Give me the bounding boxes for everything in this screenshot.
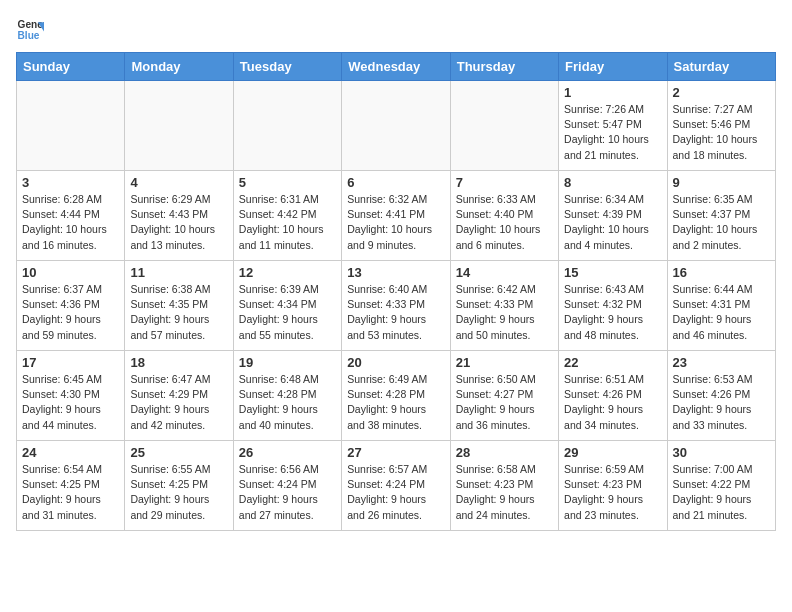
calendar-cell: 4Sunrise: 6:29 AM Sunset: 4:43 PM Daylig…: [125, 171, 233, 261]
svg-text:Blue: Blue: [18, 30, 40, 41]
day-number: 6: [347, 175, 444, 190]
calendar-cell: 20Sunrise: 6:49 AM Sunset: 4:28 PM Dayli…: [342, 351, 450, 441]
calendar-cell: 12Sunrise: 6:39 AM Sunset: 4:34 PM Dayli…: [233, 261, 341, 351]
week-row-2: 3Sunrise: 6:28 AM Sunset: 4:44 PM Daylig…: [17, 171, 776, 261]
calendar-cell: [125, 81, 233, 171]
day-info: Sunrise: 6:43 AM Sunset: 4:32 PM Dayligh…: [564, 282, 661, 343]
day-number: 9: [673, 175, 770, 190]
calendar-cell: 14Sunrise: 6:42 AM Sunset: 4:33 PM Dayli…: [450, 261, 558, 351]
calendar-cell: 27Sunrise: 6:57 AM Sunset: 4:24 PM Dayli…: [342, 441, 450, 531]
page-header: General Blue: [16, 16, 776, 44]
calendar-cell: 8Sunrise: 6:34 AM Sunset: 4:39 PM Daylig…: [559, 171, 667, 261]
day-info: Sunrise: 6:51 AM Sunset: 4:26 PM Dayligh…: [564, 372, 661, 433]
day-info: Sunrise: 6:29 AM Sunset: 4:43 PM Dayligh…: [130, 192, 227, 253]
day-number: 2: [673, 85, 770, 100]
weekday-header-tuesday: Tuesday: [233, 53, 341, 81]
day-info: Sunrise: 6:38 AM Sunset: 4:35 PM Dayligh…: [130, 282, 227, 343]
calendar-cell: 25Sunrise: 6:55 AM Sunset: 4:25 PM Dayli…: [125, 441, 233, 531]
day-info: Sunrise: 6:47 AM Sunset: 4:29 PM Dayligh…: [130, 372, 227, 433]
day-info: Sunrise: 6:49 AM Sunset: 4:28 PM Dayligh…: [347, 372, 444, 433]
day-number: 10: [22, 265, 119, 280]
day-info: Sunrise: 6:59 AM Sunset: 4:23 PM Dayligh…: [564, 462, 661, 523]
day-info: Sunrise: 6:53 AM Sunset: 4:26 PM Dayligh…: [673, 372, 770, 433]
weekday-header-thursday: Thursday: [450, 53, 558, 81]
week-row-1: 1Sunrise: 7:26 AM Sunset: 5:47 PM Daylig…: [17, 81, 776, 171]
day-info: Sunrise: 6:50 AM Sunset: 4:27 PM Dayligh…: [456, 372, 553, 433]
day-info: Sunrise: 7:00 AM Sunset: 4:22 PM Dayligh…: [673, 462, 770, 523]
calendar-cell: [450, 81, 558, 171]
calendar-cell: 17Sunrise: 6:45 AM Sunset: 4:30 PM Dayli…: [17, 351, 125, 441]
weekday-header-friday: Friday: [559, 53, 667, 81]
day-number: 29: [564, 445, 661, 460]
day-info: Sunrise: 6:54 AM Sunset: 4:25 PM Dayligh…: [22, 462, 119, 523]
calendar-table: SundayMondayTuesdayWednesdayThursdayFrid…: [16, 52, 776, 531]
day-number: 18: [130, 355, 227, 370]
day-number: 30: [673, 445, 770, 460]
calendar-cell: 15Sunrise: 6:43 AM Sunset: 4:32 PM Dayli…: [559, 261, 667, 351]
day-number: 20: [347, 355, 444, 370]
calendar-cell: 24Sunrise: 6:54 AM Sunset: 4:25 PM Dayli…: [17, 441, 125, 531]
day-number: 28: [456, 445, 553, 460]
day-number: 3: [22, 175, 119, 190]
day-info: Sunrise: 6:55 AM Sunset: 4:25 PM Dayligh…: [130, 462, 227, 523]
logo-icon: General Blue: [16, 16, 44, 44]
day-number: 7: [456, 175, 553, 190]
calendar-cell: 13Sunrise: 6:40 AM Sunset: 4:33 PM Dayli…: [342, 261, 450, 351]
day-number: 26: [239, 445, 336, 460]
calendar-cell: 28Sunrise: 6:58 AM Sunset: 4:23 PM Dayli…: [450, 441, 558, 531]
day-number: 19: [239, 355, 336, 370]
week-row-5: 24Sunrise: 6:54 AM Sunset: 4:25 PM Dayli…: [17, 441, 776, 531]
day-info: Sunrise: 7:26 AM Sunset: 5:47 PM Dayligh…: [564, 102, 661, 163]
day-number: 4: [130, 175, 227, 190]
day-number: 16: [673, 265, 770, 280]
calendar-cell: 7Sunrise: 6:33 AM Sunset: 4:40 PM Daylig…: [450, 171, 558, 261]
day-number: 1: [564, 85, 661, 100]
day-number: 22: [564, 355, 661, 370]
weekday-header-row: SundayMondayTuesdayWednesdayThursdayFrid…: [17, 53, 776, 81]
day-info: Sunrise: 6:32 AM Sunset: 4:41 PM Dayligh…: [347, 192, 444, 253]
calendar-cell: [233, 81, 341, 171]
weekday-header-monday: Monday: [125, 53, 233, 81]
day-info: Sunrise: 6:33 AM Sunset: 4:40 PM Dayligh…: [456, 192, 553, 253]
calendar-cell: 6Sunrise: 6:32 AM Sunset: 4:41 PM Daylig…: [342, 171, 450, 261]
day-number: 12: [239, 265, 336, 280]
day-info: Sunrise: 6:44 AM Sunset: 4:31 PM Dayligh…: [673, 282, 770, 343]
calendar-cell: 26Sunrise: 6:56 AM Sunset: 4:24 PM Dayli…: [233, 441, 341, 531]
day-number: 21: [456, 355, 553, 370]
calendar-body: 1Sunrise: 7:26 AM Sunset: 5:47 PM Daylig…: [17, 81, 776, 531]
day-info: Sunrise: 7:27 AM Sunset: 5:46 PM Dayligh…: [673, 102, 770, 163]
calendar-cell: 18Sunrise: 6:47 AM Sunset: 4:29 PM Dayli…: [125, 351, 233, 441]
calendar-cell: 10Sunrise: 6:37 AM Sunset: 4:36 PM Dayli…: [17, 261, 125, 351]
day-number: 13: [347, 265, 444, 280]
calendar-cell: 11Sunrise: 6:38 AM Sunset: 4:35 PM Dayli…: [125, 261, 233, 351]
calendar-cell: 1Sunrise: 7:26 AM Sunset: 5:47 PM Daylig…: [559, 81, 667, 171]
day-info: Sunrise: 6:40 AM Sunset: 4:33 PM Dayligh…: [347, 282, 444, 343]
week-row-3: 10Sunrise: 6:37 AM Sunset: 4:36 PM Dayli…: [17, 261, 776, 351]
day-info: Sunrise: 6:39 AM Sunset: 4:34 PM Dayligh…: [239, 282, 336, 343]
day-number: 17: [22, 355, 119, 370]
day-number: 24: [22, 445, 119, 460]
calendar-cell: 29Sunrise: 6:59 AM Sunset: 4:23 PM Dayli…: [559, 441, 667, 531]
calendar-cell: 30Sunrise: 7:00 AM Sunset: 4:22 PM Dayli…: [667, 441, 775, 531]
day-info: Sunrise: 6:37 AM Sunset: 4:36 PM Dayligh…: [22, 282, 119, 343]
calendar-cell: 21Sunrise: 6:50 AM Sunset: 4:27 PM Dayli…: [450, 351, 558, 441]
day-number: 15: [564, 265, 661, 280]
calendar-cell: 2Sunrise: 7:27 AM Sunset: 5:46 PM Daylig…: [667, 81, 775, 171]
calendar-cell: 19Sunrise: 6:48 AM Sunset: 4:28 PM Dayli…: [233, 351, 341, 441]
calendar-cell: [17, 81, 125, 171]
day-info: Sunrise: 6:34 AM Sunset: 4:39 PM Dayligh…: [564, 192, 661, 253]
day-info: Sunrise: 6:58 AM Sunset: 4:23 PM Dayligh…: [456, 462, 553, 523]
weekday-header-sunday: Sunday: [17, 53, 125, 81]
day-info: Sunrise: 6:56 AM Sunset: 4:24 PM Dayligh…: [239, 462, 336, 523]
day-info: Sunrise: 6:45 AM Sunset: 4:30 PM Dayligh…: [22, 372, 119, 433]
week-row-4: 17Sunrise: 6:45 AM Sunset: 4:30 PM Dayli…: [17, 351, 776, 441]
day-number: 8: [564, 175, 661, 190]
day-number: 27: [347, 445, 444, 460]
day-info: Sunrise: 6:31 AM Sunset: 4:42 PM Dayligh…: [239, 192, 336, 253]
day-number: 14: [456, 265, 553, 280]
logo: General Blue: [16, 16, 44, 44]
calendar-cell: 9Sunrise: 6:35 AM Sunset: 4:37 PM Daylig…: [667, 171, 775, 261]
weekday-header-wednesday: Wednesday: [342, 53, 450, 81]
day-number: 5: [239, 175, 336, 190]
calendar-cell: 23Sunrise: 6:53 AM Sunset: 4:26 PM Dayli…: [667, 351, 775, 441]
